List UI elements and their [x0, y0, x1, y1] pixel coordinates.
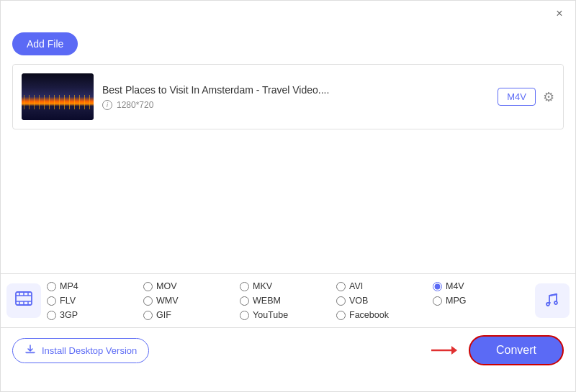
info-icon: i — [102, 100, 112, 110]
format-option-gif[interactable]: GIF — [143, 310, 240, 320]
format-option-mkv[interactable]: MKV — [240, 281, 336, 291]
format-label-m4v[interactable]: M4V — [446, 281, 464, 291]
arrow-right-icon — [431, 343, 457, 357]
format-option-mov[interactable]: MOV — [143, 281, 240, 291]
file-thumbnail — [22, 73, 94, 120]
svg-rect-11 — [26, 352, 35, 354]
close-button[interactable]: × — [552, 6, 567, 21]
action-bar: Install Desktop Version Convert — [1, 327, 575, 373]
format-option-m4v[interactable]: M4V — [433, 281, 529, 291]
format-label-facebook[interactable]: Facebook — [349, 310, 389, 320]
svg-marker-13 — [451, 346, 457, 355]
format-label-youtube[interactable]: YouTube — [253, 310, 288, 320]
title-bar: × — [1, 1, 575, 27]
format-label-mpg[interactable]: MPG — [446, 296, 466, 306]
format-label-mov[interactable]: MOV — [156, 281, 176, 291]
format-option-facebook[interactable]: Facebook — [336, 310, 433, 320]
convert-button[interactable]: Convert — [469, 335, 564, 365]
install-desktop-button[interactable]: Install Desktop Version — [12, 338, 149, 363]
main-content: Add File Best Places to Visit In Amsterd… — [1, 27, 575, 129]
empty-area — [1, 129, 575, 273]
download-icon — [24, 344, 36, 357]
file-item: Best Places to Visit In Amsterdam - Trav… — [13, 65, 563, 129]
file-list: Best Places to Visit In Amsterdam - Trav… — [12, 64, 564, 129]
add-file-button[interactable]: Add File — [12, 32, 78, 55]
format-option-wmv[interactable]: WMV — [143, 296, 240, 306]
format-badge[interactable]: M4V — [498, 88, 536, 106]
file-name: Best Places to Visit In Amsterdam - Trav… — [102, 84, 489, 96]
svg-point-9 — [554, 301, 557, 304]
install-label: Install Desktop Version — [42, 345, 137, 356]
audio-format-tab[interactable] — [535, 283, 570, 318]
format-label-mkv[interactable]: MKV — [253, 281, 272, 291]
format-option-youtube[interactable]: YouTube — [240, 310, 336, 320]
format-options: MP4 MOV MKV AVI M4V FLV WMV WEBM — [47, 274, 529, 327]
format-option-webm[interactable]: WEBM — [240, 296, 336, 306]
format-option-mpg[interactable]: MPG — [433, 296, 529, 306]
film-icon — [14, 289, 33, 312]
format-option-flv[interactable]: FLV — [47, 296, 143, 306]
format-option-3gp[interactable]: 3GP — [47, 310, 143, 320]
format-label-wmv[interactable]: WMV — [156, 296, 179, 306]
right-action-group: Convert — [431, 335, 564, 365]
video-format-tab[interactable] — [6, 283, 41, 318]
file-actions: M4V ⚙ — [498, 88, 554, 106]
format-option-mp4[interactable]: MP4 — [47, 281, 143, 291]
file-meta: i 1280*720 — [102, 100, 489, 110]
file-resolution: 1280*720 — [117, 100, 153, 110]
format-label-vob[interactable]: VOB — [349, 296, 368, 306]
file-info: Best Places to Visit In Amsterdam - Trav… — [94, 84, 498, 110]
format-option-vob[interactable]: VOB — [336, 296, 433, 306]
format-label-flv[interactable]: FLV — [60, 296, 76, 306]
format-label-avi[interactable]: AVI — [349, 281, 363, 291]
format-label-mp4[interactable]: MP4 — [60, 281, 78, 291]
format-option-avi[interactable]: AVI — [336, 281, 433, 291]
format-label-3gp[interactable]: 3GP — [60, 310, 78, 320]
music-icon — [544, 291, 561, 311]
format-label-webm[interactable]: WEBM — [253, 296, 281, 306]
format-bar: MP4 MOV MKV AVI M4V FLV WMV WEBM — [1, 273, 575, 327]
format-label-gif[interactable]: GIF — [156, 310, 171, 320]
settings-icon[interactable]: ⚙ — [543, 89, 554, 105]
